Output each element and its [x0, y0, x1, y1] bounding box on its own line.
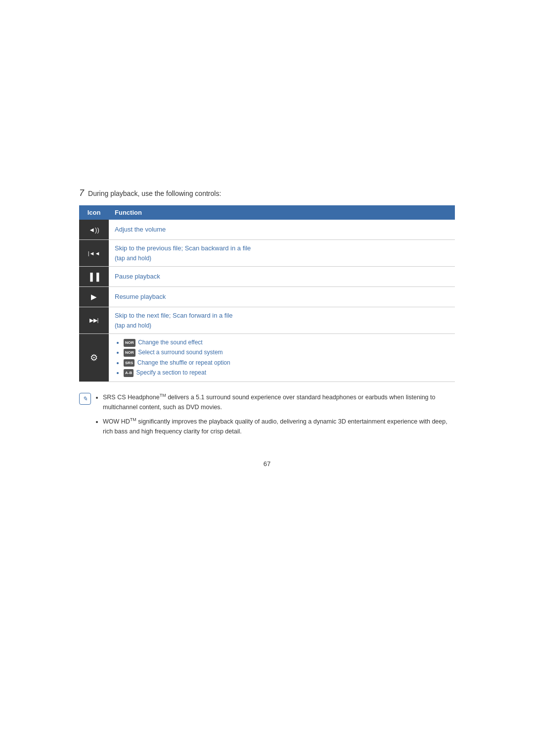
note-list: SRS CS HeadphoneTM delivers a 5.1 surrou…	[96, 392, 455, 436]
play-icon: ▶	[86, 290, 102, 303]
function-cell-pause: Pause playback	[109, 267, 455, 287]
list-item: NOR Select a surround sound system	[124, 347, 449, 357]
function-text-volume: Adjust the volume	[115, 226, 166, 233]
function-text-play: Resume playback	[115, 293, 166, 300]
function-cell-play: Resume playback	[109, 287, 455, 307]
function-cell-volume: Adjust the volume	[109, 220, 455, 240]
note-item-2: WOW HDTM significantly improves the play…	[103, 416, 455, 436]
step-text: During playback, use the following contr…	[88, 189, 221, 197]
table-row: ◄)) Adjust the volume	[79, 220, 455, 240]
note-item-1: SRS CS HeadphoneTM delivers a 5.1 surrou…	[103, 392, 455, 412]
list-item: A-B Specify a section to repeat	[124, 368, 449, 378]
skip-back-icon: |◄◄	[86, 247, 102, 260]
table-row: ▐▐ Pause playback	[79, 267, 455, 287]
function-text-skipforward: Skip to the next file; Scan forward in a…	[115, 312, 232, 319]
step-number: 7	[79, 188, 84, 198]
table-row: ▶▶| Skip to the next file; Scan forward …	[79, 307, 455, 334]
controls-table: Icon Function ◄)) Adjust the volume |◄◄	[79, 205, 455, 382]
icon-cell-skipback: |◄◄	[79, 240, 109, 267]
note-section: ✎ SRS CS HeadphoneTM delivers a 5.1 surr…	[79, 392, 455, 440]
icon-cell-pause: ▐▐	[79, 267, 109, 287]
icon-cell-volume: ◄))	[79, 220, 109, 240]
function-cell-skipforward: Skip to the next file; Scan forward in a…	[109, 307, 455, 334]
note-icon: ✎	[79, 393, 91, 405]
gear-function-list: NOR Change the sound effect NOR Select a…	[115, 337, 449, 378]
list-item: SRS Change the shuffle or repeat option	[124, 358, 449, 368]
bullet-text-2: Select a surround sound system	[138, 349, 222, 356]
table-row: ▶ Resume playback	[79, 287, 455, 307]
gear-icon: ⚙	[86, 349, 102, 367]
icon-cell-skipforward: ▶▶|	[79, 307, 109, 334]
srs-badge: SRS	[124, 359, 134, 367]
function-column-header: Function	[109, 205, 455, 220]
bullet-text-1: Change the sound effect	[138, 339, 203, 346]
table-row: ⚙ NOR Change the sound effect NOR Select…	[79, 334, 455, 382]
note-text-2: WOW HDTM significantly improves the play…	[103, 418, 447, 435]
bullet-text-4: Specify a section to repeat	[136, 369, 206, 376]
nor-badge-1: NOR	[124, 339, 135, 347]
table-header-row: Icon Function	[79, 205, 455, 220]
table-row: |◄◄ Skip to the previous file; Scan back…	[79, 240, 455, 267]
function-sub-skipback: (tap and hold)	[115, 255, 151, 262]
note-text-block: SRS CS HeadphoneTM delivers a 5.1 surrou…	[96, 392, 455, 440]
nor-badge-2: NOR	[124, 349, 135, 357]
function-sub-skipforward: (tap and hold)	[115, 322, 151, 329]
skip-forward-icon: ▶▶|	[86, 314, 102, 327]
function-cell-gear: NOR Change the sound effect NOR Select a…	[109, 334, 455, 382]
icon-column-header: Icon	[79, 205, 109, 220]
page-number: 67	[79, 460, 455, 468]
step-heading: 7 During playback, use the following con…	[79, 188, 455, 198]
list-item: NOR Change the sound effect	[124, 337, 449, 347]
function-text-skipback: Skip to the previous file; Scan backward…	[115, 244, 251, 252]
ab-badge: A-B	[124, 369, 134, 377]
pause-icon: ▐▐	[86, 270, 102, 283]
icon-cell-gear: ⚙	[79, 334, 109, 382]
function-cell-skipback: Skip to the previous file; Scan backward…	[109, 240, 455, 267]
icon-cell-play: ▶	[79, 287, 109, 307]
function-text-pause: Pause playback	[115, 273, 160, 280]
note-text-1: SRS CS HeadphoneTM delivers a 5.1 surrou…	[103, 394, 435, 411]
bullet-text-3: Change the shuffle or repeat option	[137, 359, 230, 366]
volume-icon: ◄))	[86, 223, 102, 236]
